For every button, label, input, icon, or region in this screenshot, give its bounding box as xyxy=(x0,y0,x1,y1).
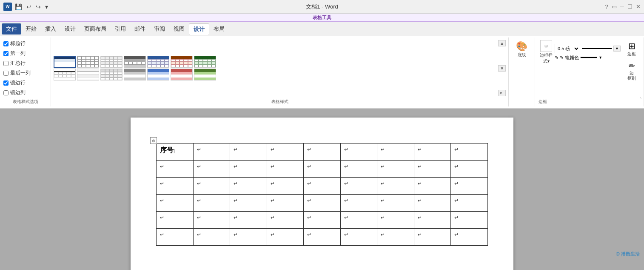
cell-4-1[interactable]: ↵ xyxy=(193,212,230,229)
cell-5-1[interactable]: ↵ xyxy=(193,229,230,246)
cell-3-2[interactable]: ↵ xyxy=(230,195,267,212)
cell-3-3[interactable]: ↵ xyxy=(267,195,304,212)
pen-color-dropdown[interactable]: ▼ xyxy=(598,55,602,60)
menu-view[interactable]: 视图 xyxy=(169,23,189,34)
menu-references[interactable]: 引用 xyxy=(111,23,130,34)
menu-tab-layout[interactable]: 布局 xyxy=(209,23,229,34)
customize-quick-btn[interactable]: ▾ xyxy=(44,3,49,11)
header-cell-3[interactable]: ↵ xyxy=(267,144,304,161)
menu-page-layout[interactable]: 页面布局 xyxy=(80,23,111,34)
help-btn[interactable]: ? xyxy=(605,3,608,10)
header-cell-4[interactable]: ↵ xyxy=(304,144,341,161)
header-cell-7[interactable]: ↵ xyxy=(414,144,451,161)
cell-1-0[interactable]: ↵ xyxy=(157,161,194,178)
table-style-1[interactable] xyxy=(54,56,76,68)
checkbox-header-row[interactable]: 标题行 xyxy=(3,40,47,47)
table-style-11[interactable] xyxy=(124,69,146,80)
cell-1-4[interactable]: ↵ xyxy=(304,161,341,178)
cell-1-5[interactable]: ↵ xyxy=(340,161,377,178)
minimize-btn[interactable]: ─ xyxy=(620,3,624,10)
cell-3-8[interactable]: ↵ xyxy=(451,195,488,212)
header-cell-0[interactable]: 序号| xyxy=(157,144,194,161)
cell-3-4[interactable]: ↵ xyxy=(304,195,341,212)
cell-2-1[interactable]: ↵ xyxy=(193,178,230,195)
table-style-6[interactable] xyxy=(171,56,193,68)
cell-1-6[interactable]: ↵ xyxy=(377,161,414,178)
cell-5-5[interactable]: ↵ xyxy=(340,229,377,246)
checkbox-total-row[interactable]: 汇总行 xyxy=(3,60,47,67)
cell-5-8[interactable]: ↵ xyxy=(451,229,488,246)
table-style-4[interactable] xyxy=(124,56,146,68)
shading-button[interactable]: 🎨 底纹 xyxy=(512,39,531,60)
checkbox-first-col[interactable]: 第一列 xyxy=(3,50,47,57)
checkbox-banded-cols-input[interactable] xyxy=(3,90,9,95)
table-style-8[interactable] xyxy=(54,69,76,80)
cell-4-3[interactable]: ↵ xyxy=(267,212,304,229)
line-weight-dropdown[interactable]: ▼ xyxy=(613,46,621,52)
cell-2-5[interactable]: ↵ xyxy=(340,178,377,195)
cell-3-6[interactable]: ↵ xyxy=(377,195,414,212)
cell-5-0[interactable]: ↵ xyxy=(157,229,194,246)
cell-4-6[interactable]: ↵ xyxy=(377,212,414,229)
styles-more[interactable]: ▾ xyxy=(498,90,506,96)
cell-2-8[interactable]: ↵ xyxy=(451,178,488,195)
table-style-5[interactable] xyxy=(147,56,169,68)
header-cell-8[interactable]: ↵ xyxy=(451,144,488,161)
cell-3-1[interactable]: ↵ xyxy=(193,195,230,212)
cell-2-0[interactable]: ↵ xyxy=(157,178,194,195)
cell-5-3[interactable]: ↵ xyxy=(267,229,304,246)
cell-2-2[interactable]: ↵ xyxy=(230,178,267,195)
header-cell-5[interactable]: ↵ xyxy=(340,144,377,161)
checkbox-banded-rows[interactable]: 镶边行 xyxy=(3,79,47,86)
checkbox-banded-cols[interactable]: 镶边列 xyxy=(3,89,47,96)
table-style-14[interactable] xyxy=(194,69,216,80)
undo-quick-btn[interactable]: ↩ xyxy=(25,3,33,11)
restore-btn[interactable]: ☐ xyxy=(627,3,633,10)
checkbox-total-row-input[interactable] xyxy=(3,61,9,66)
ribbon-toggle-btn[interactable]: ▭ xyxy=(612,3,617,10)
menu-review[interactable]: 审阅 xyxy=(150,23,169,34)
checkbox-first-col-input[interactable] xyxy=(3,51,9,56)
menu-insert[interactable]: 插入 xyxy=(41,23,60,34)
cell-4-2[interactable]: ↵ xyxy=(230,212,267,229)
cell-1-3[interactable]: ↵ xyxy=(267,161,304,178)
cell-5-2[interactable]: ↵ xyxy=(230,229,267,246)
cell-1-2[interactable]: ↵ xyxy=(230,161,267,178)
cell-4-7[interactable]: ↵ xyxy=(414,212,451,229)
styles-scroll-down[interactable]: ▼ xyxy=(498,65,506,72)
cell-2-4[interactable]: ↵ xyxy=(304,178,341,195)
menu-tab-design[interactable]: 设计 xyxy=(189,23,209,35)
save-quick-btn[interactable]: 💾 xyxy=(14,3,23,11)
table-style-13[interactable] xyxy=(171,69,193,80)
table-style-3[interactable] xyxy=(100,56,123,68)
table-style-7[interactable] xyxy=(194,56,216,68)
cell-1-7[interactable]: ↵ xyxy=(414,161,451,178)
cell-4-8[interactable]: ↵ xyxy=(451,212,488,229)
menu-design[interactable]: 设计 xyxy=(60,23,80,34)
header-cell-1[interactable]: ↵ xyxy=(193,144,230,161)
checkbox-header-row-input[interactable] xyxy=(3,41,9,46)
checkbox-last-col[interactable]: 最后一列 xyxy=(3,69,47,77)
menu-file[interactable]: 文件 xyxy=(2,23,21,34)
redo-quick-btn[interactable]: ↪ xyxy=(34,3,42,11)
checkbox-banded-rows-input[interactable] xyxy=(3,80,9,86)
cell-5-7[interactable]: ↵ xyxy=(414,229,451,246)
cell-5-6[interactable]: ↵ xyxy=(377,229,414,246)
cell-2-7[interactable]: ↵ xyxy=(414,178,451,195)
table-style-9[interactable] xyxy=(77,69,99,80)
cell-4-4[interactable]: ↵ xyxy=(304,212,341,229)
expand-borders-icon[interactable]: ⌞ xyxy=(640,95,642,99)
cell-3-0[interactable]: ↵ xyxy=(157,195,194,212)
table-style-2[interactable] xyxy=(77,56,99,68)
cell-5-4[interactable]: ↵ xyxy=(304,229,341,246)
table-style-12[interactable] xyxy=(147,69,169,80)
border-button[interactable]: ⊞ 边框 xyxy=(623,39,640,59)
menu-mailings[interactable]: 邮件 xyxy=(130,23,150,34)
cell-3-5[interactable]: ↵ xyxy=(340,195,377,212)
cell-4-5[interactable]: ↵ xyxy=(340,212,377,229)
border-sample-btn[interactable]: ⊞ 边框样式▾ xyxy=(539,39,554,65)
cell-3-7[interactable]: ↵ xyxy=(414,195,451,212)
styles-scroll-up[interactable]: ▲ xyxy=(498,40,506,46)
menu-home[interactable]: 开始 xyxy=(21,23,41,34)
cell-2-6[interactable]: ↵ xyxy=(377,178,414,195)
